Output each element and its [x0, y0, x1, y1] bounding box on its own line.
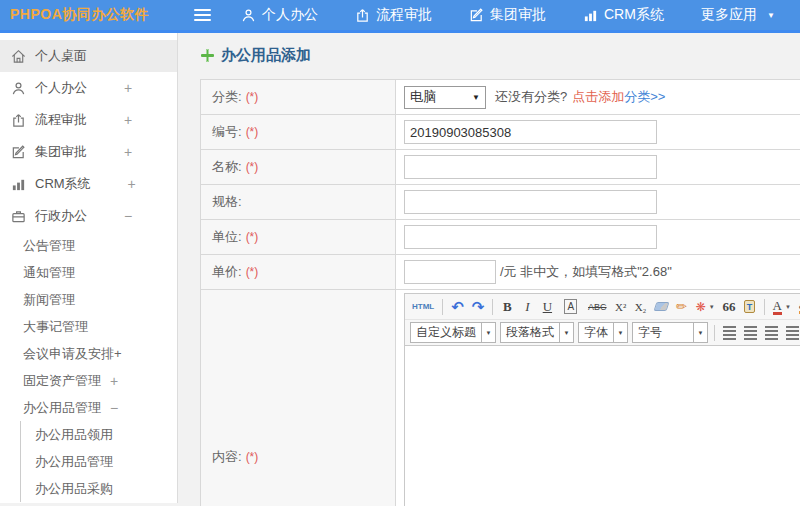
category-hint: 还没有分类? — [495, 88, 567, 106]
html-source-button[interactable]: HTML — [409, 296, 437, 317]
italic-button[interactable]: I — [518, 296, 536, 317]
sidebar-item-group-approval[interactable]: 集团审批+ — [0, 136, 177, 168]
caret-down-icon: ▼ — [709, 304, 715, 310]
eraser-shape — [653, 302, 669, 311]
unit-input[interactable] — [404, 225, 657, 249]
nav-item-label: 流程审批 — [376, 6, 432, 24]
align-bars-shape — [723, 326, 736, 340]
toolbar-glyph: HTML — [412, 302, 434, 311]
spec-input[interactable] — [404, 190, 657, 214]
align-justify-button[interactable] — [783, 322, 800, 343]
redo-icon[interactable]: ↷ — [469, 296, 488, 317]
required-mark: (*) — [246, 450, 259, 464]
main-content: 办公用品添加 分类: (*) 电脑 ▼ 还没有分类? 点击添加 分类>> — [178, 33, 800, 503]
home-icon — [11, 49, 26, 64]
custom-title-select[interactable]: 自定义标题▼ — [410, 322, 496, 343]
page-title-text: 办公用品添加 — [221, 46, 311, 65]
add-icon — [201, 49, 214, 62]
category-select[interactable]: 电脑 ▼ — [404, 86, 486, 109]
sidebar-item-personal-desktop[interactable]: 个人桌面 — [0, 40, 177, 72]
menu-icon[interactable] — [194, 9, 211, 21]
caret-down-icon: ▼ — [767, 11, 775, 20]
sidebar-item-office-supplies-purchase[interactable]: 办公用品采购 — [21, 475, 177, 502]
align-right-button[interactable] — [762, 322, 781, 343]
underline-button[interactable]: U — [538, 296, 556, 317]
combo-arrow-icon[interactable]: ▼ — [613, 323, 627, 342]
eraser-icon[interactable] — [652, 296, 671, 317]
nav-item-personal-office[interactable]: 个人办公 — [241, 6, 318, 24]
required-mark: (*) — [246, 265, 259, 279]
sidebar-item-news-mgmt[interactable]: 新闻管理 — [0, 286, 177, 313]
add-category-link-arrow[interactable]: 分类>> — [624, 88, 665, 106]
align-center-button[interactable] — [741, 322, 760, 343]
toolbar-separator — [492, 299, 493, 315]
sidebar-item-office-supplies-manage[interactable]: 办公用品管理 — [21, 448, 177, 475]
combo-arrow-icon[interactable]: ▼ — [693, 323, 707, 342]
sidebar-item-label: 办公用品采购 — [35, 480, 113, 498]
subscript-button[interactable]: X₂ — [632, 296, 650, 317]
sidebar-item-label: 办公用品管理 — [35, 453, 113, 471]
toolbar-separator — [714, 325, 715, 341]
edit-icon — [11, 145, 26, 160]
bold-button[interactable]: B — [498, 296, 516, 317]
combo-label: 字号 — [633, 324, 693, 341]
sidebar-item-label: 新闻管理 — [23, 291, 75, 309]
sidebar-item-office-supplies-claim[interactable]: 办公用品领用 — [21, 421, 177, 448]
code-input[interactable] — [404, 120, 657, 144]
sidebar-item-notification-mgmt[interactable]: 通知管理 — [0, 259, 177, 286]
sidebar-item-personal-office[interactable]: 个人办公+ — [0, 72, 177, 104]
sidebar-item-memorabilia-mgmt[interactable]: 大事记管理 — [0, 313, 177, 340]
sidebar-item-crm-system[interactable]: CRM系统+ — [0, 168, 177, 200]
superscript-button[interactable]: X² — [612, 296, 630, 317]
sidebar-item-announcement-mgmt[interactable]: 公告管理 — [0, 232, 177, 259]
nav-item-label: CRM系统 — [604, 6, 664, 24]
nav-item-more-apps[interactable]: 更多应用▼ — [701, 6, 775, 24]
sidebar-item-fixed-assets-mgmt[interactable]: 固定资产管理+ — [0, 367, 177, 394]
font-family-select[interactable]: 字体▼ — [578, 322, 628, 343]
required-mark: (*) — [246, 230, 259, 244]
combo-label: 段落格式 — [501, 324, 559, 341]
nav-item-group-approval[interactable]: 集团审批 — [469, 6, 546, 24]
font-size-select[interactable]: 字号▼ — [632, 322, 708, 343]
font-box-button[interactable]: A — [558, 296, 583, 317]
nav-item-process-approval[interactable]: 流程审批 — [355, 6, 432, 24]
align-bars-shape — [744, 326, 757, 340]
paragraph-format-select[interactable]: 段落格式▼ — [500, 322, 574, 343]
paste-text-icon[interactable]: T — [741, 296, 759, 317]
sidebar-item-meeting-mgmt[interactable]: 会议申请及安排+ — [0, 340, 177, 367]
highlight-color-button[interactable]: ab▼ — [796, 296, 800, 317]
font-color-button[interactable]: A▼ — [770, 296, 794, 317]
sidebar-item-admin-office[interactable]: 行政办公− — [0, 200, 177, 232]
supply-add-form: 分类: (*) 电脑 ▼ 还没有分类? 点击添加 分类>> 编号: (*) — [200, 79, 800, 506]
expand-toggle-icon[interactable]: + — [128, 176, 136, 192]
toolbar-glyph: ↶ — [451, 298, 464, 316]
sidebar-item-office-supplies-mgmt[interactable]: 办公用品管理− — [0, 394, 177, 421]
add-category-link[interactable]: 点击添加 — [572, 88, 624, 106]
expand-toggle-icon[interactable]: + — [124, 80, 132, 96]
expand-toggle-icon[interactable]: + — [124, 144, 132, 160]
strikethrough-button[interactable]: ABC — [585, 296, 610, 317]
expand-toggle-icon[interactable]: + — [124, 112, 132, 128]
price-input[interactable] — [404, 260, 496, 284]
sidebar-item-process-approval[interactable]: 流程审批+ — [0, 104, 177, 136]
format-painter-icon[interactable]: ❋▼ — [693, 296, 718, 317]
nav-item-label: 集团审批 — [490, 6, 546, 24]
expand-toggle-icon[interactable]: − — [110, 400, 118, 416]
expand-toggle-icon[interactable]: + — [110, 373, 118, 389]
align-left-button[interactable] — [720, 322, 739, 343]
brush-icon[interactable]: ✏ — [673, 296, 691, 317]
editor-content-area[interactable] — [405, 346, 800, 506]
expand-toggle-icon[interactable]: − — [124, 208, 132, 224]
combo-arrow-icon[interactable]: ▼ — [481, 323, 495, 342]
form-row-name: 名称: (*) — [201, 150, 800, 185]
share-icon — [355, 8, 370, 23]
undo-icon[interactable]: ↶ — [448, 296, 467, 317]
select-arrow-icon: ▼ — [472, 93, 480, 102]
combo-label: 字体 — [579, 324, 613, 341]
combo-arrow-icon[interactable]: ▼ — [559, 323, 573, 342]
nav-item-crm-system[interactable]: CRM系统 — [583, 6, 664, 24]
sidebar-item-label: 行政办公 — [35, 207, 87, 225]
name-input[interactable] — [404, 155, 657, 179]
blockquote-button[interactable]: 66 — [720, 296, 739, 317]
toolbar-glyph: B — [503, 299, 512, 315]
